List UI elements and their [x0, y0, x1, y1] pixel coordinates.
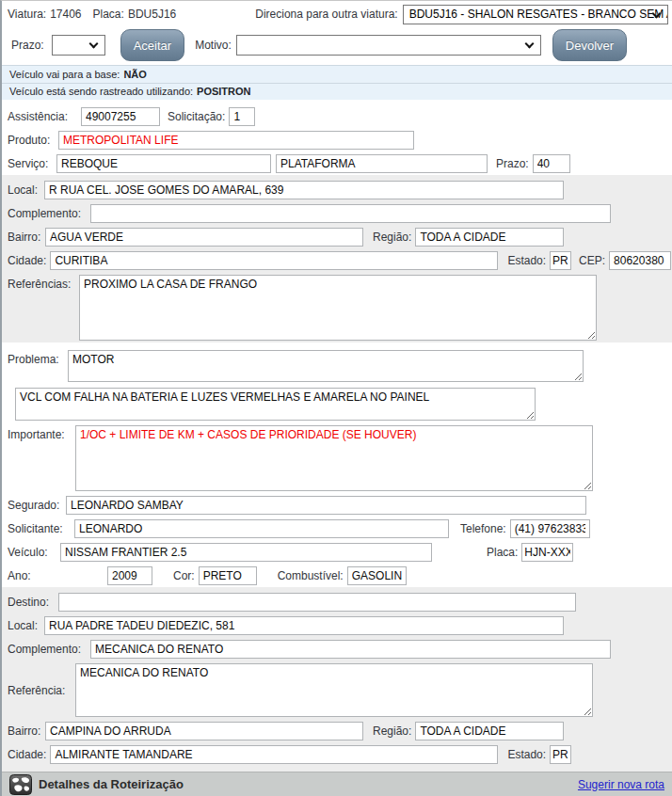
prazo-input[interactable] [533, 154, 570, 173]
direciona-select-value: BDU5J16 - SHALON RESGATES - BRANCO SEM A… [409, 8, 668, 21]
origin-bairro-row: Bairro: Região: [2, 228, 672, 247]
problem-description-row: VCL COM FALHA NA BATERIA E LUZES VERMELH… [2, 388, 672, 421]
cep-label: CEP: [579, 254, 605, 267]
placa-label: Placa: [93, 8, 124, 21]
telefone-input[interactable] [510, 519, 590, 538]
dest-estado-input[interactable] [550, 745, 571, 764]
importante-textarea[interactable]: 1/OC + LIMITE DE KM + CASOS DE PRIORIDAD… [75, 425, 593, 491]
origin-complemento-row: Complemento: [2, 204, 672, 223]
ano-cor-combustivel-row: Ano: Cor: Combustível: [2, 566, 672, 585]
origin-estado-input[interactable] [550, 251, 571, 270]
problema-row: Problema: MOTOR [2, 350, 672, 382]
origin-bairro-input[interactable] [45, 228, 363, 247]
destino-input[interactable] [58, 593, 576, 612]
origin-cep-input[interactable] [609, 251, 671, 270]
vehicle-info-row: Viatura: 17406 Placa: BDU5J16 Direciona … [8, 3, 668, 25]
prazo-select[interactable] [52, 35, 105, 56]
motivo-select-label: Motivo: [195, 39, 232, 52]
dest-regiao-input[interactable] [415, 722, 564, 740]
dest-local-input[interactable] [44, 616, 564, 635]
direciona-select[interactable]: BDU5J16 - SHALON RESGATES - BRANCO SEM A… [403, 5, 668, 24]
segurado-row: Segurado: [2, 496, 672, 515]
bairro-label: Bairro: [8, 231, 41, 244]
dest-regiao-label: Região: [373, 724, 411, 738]
origin-cidade-input[interactable] [50, 251, 498, 270]
estado-label: Estado: [507, 254, 546, 267]
routing-footer-bar: Detalhes da Roteirização Sugerir nova ro… [2, 772, 672, 796]
segurado-input[interactable] [66, 496, 586, 515]
base-status-label: Veículo vai para a base: [9, 69, 120, 80]
destino-label: Destino: [8, 596, 55, 609]
assistance-section: Assistência: Solicitação: Produto: Servi… [2, 100, 672, 175]
servico-label: Serviço: [8, 157, 53, 170]
origin-complemento-input[interactable] [90, 204, 611, 223]
placa-veiculo-input[interactable] [521, 543, 573, 562]
solicitante-row: Solicitante: Telefone: [2, 519, 672, 538]
combustivel-input[interactable] [347, 566, 407, 585]
importante-label: Importante: [8, 425, 72, 441]
viatura-value: 17406 [50, 8, 81, 21]
veiculo-row: Veículo: Placa: [2, 543, 672, 562]
origin-referencias-textarea[interactable]: PROXIMO LA CASA DE FRANGO [79, 275, 597, 341]
status-bar-tracking: Veículo está sendo rastreado utilizando:… [2, 83, 672, 101]
dest-referencia-label: Referência: [8, 684, 72, 697]
prazo-label: Prazo: [496, 157, 529, 170]
dest-complemento-row: Complemento: [2, 640, 672, 659]
base-status-value: NÃO [123, 69, 146, 80]
problema-textarea[interactable]: MOTOR [68, 350, 584, 382]
motivo-select[interactable] [236, 35, 541, 56]
dest-referencia-textarea[interactable]: MECANICA DO RENATO [75, 663, 593, 717]
routing-details-title: Detalhes da Roteirização [39, 777, 184, 791]
origin-cidade-row: Cidade: Estado: CEP: [2, 251, 672, 270]
aceitar-button[interactable]: Aceitar [120, 29, 184, 61]
complemento-label: Complemento: [8, 207, 87, 220]
veiculo-input[interactable] [60, 543, 432, 562]
origin-section: Local: Complemento: Bairro: Região: Cida… [2, 175, 672, 342]
devolver-button[interactable]: Devolver [552, 29, 627, 61]
dest-estado-label: Estado: [507, 748, 546, 761]
status-bar-base: Veículo vai para a base: NÃO [2, 65, 672, 83]
origin-local-input[interactable] [44, 181, 564, 199]
dest-bairro-input[interactable] [45, 722, 363, 740]
dest-cidade-input[interactable] [50, 745, 498, 764]
destino-row: Destino: [2, 593, 672, 612]
solicitacao-input[interactable] [229, 107, 255, 126]
problem-section: Problema: MOTOR VCL COM FALHA NA BATERIA… [2, 342, 672, 587]
solicitante-input[interactable] [74, 519, 449, 538]
cor-label: Cor: [173, 569, 195, 582]
world-map-icon [9, 774, 32, 795]
veiculo-label: Veículo: [8, 546, 56, 559]
dest-referencia-row: Referência: MECANICA DO RENATO [2, 663, 672, 717]
assistencia-input[interactable] [81, 107, 160, 126]
tracking-status-value: POSITRON [197, 86, 250, 97]
chevron-down-icon [524, 40, 534, 49]
produto-row: Produto: [2, 131, 672, 150]
placa-value: BDU5J16 [128, 8, 176, 21]
header: Viatura: 17406 Placa: BDU5J16 Direciona … [2, 1, 672, 65]
segurado-label: Segurado: [8, 499, 62, 512]
cor-input[interactable] [199, 566, 257, 585]
assistencia-label: Assistência: [8, 110, 77, 123]
ano-input[interactable] [107, 566, 152, 585]
dest-complemento-input[interactable] [90, 640, 611, 659]
dispatch-form-panel: Viatura: 17406 Placa: BDU5J16 Direciona … [0, 0, 672, 796]
solicitacao-label: Solicitação: [168, 110, 225, 123]
origin-referencias-row: Referências: PROXIMO LA CASA DE FRANGO [2, 275, 672, 341]
regiao-label: Região: [373, 231, 411, 244]
dest-complemento-label: Complemento: [8, 643, 87, 656]
action-row: Prazo: Aceitar Motivo: Devolver [8, 25, 668, 65]
problem-description-textarea[interactable]: VCL COM FALHA NA BATERIA E LUZES VERMELH… [15, 388, 536, 421]
prazo-select-label: Prazo: [11, 39, 44, 52]
dest-bairro-row: Bairro: Região: [2, 722, 672, 740]
origin-regiao-input[interactable] [415, 228, 564, 247]
dest-cidade-label: Cidade: [8, 748, 46, 761]
produto-input[interactable] [58, 131, 414, 150]
cidade-label: Cidade: [8, 254, 46, 267]
suggest-new-route-link[interactable]: Sugerir nova rota [578, 778, 664, 791]
telefone-label: Telefone: [460, 522, 506, 535]
origin-local-row: Local: [2, 181, 672, 199]
produto-label: Produto: [8, 134, 55, 147]
servico-modalidade-input[interactable] [276, 154, 488, 173]
servico-tipo-input[interactable] [56, 154, 271, 173]
local-label: Local: [8, 183, 40, 197]
